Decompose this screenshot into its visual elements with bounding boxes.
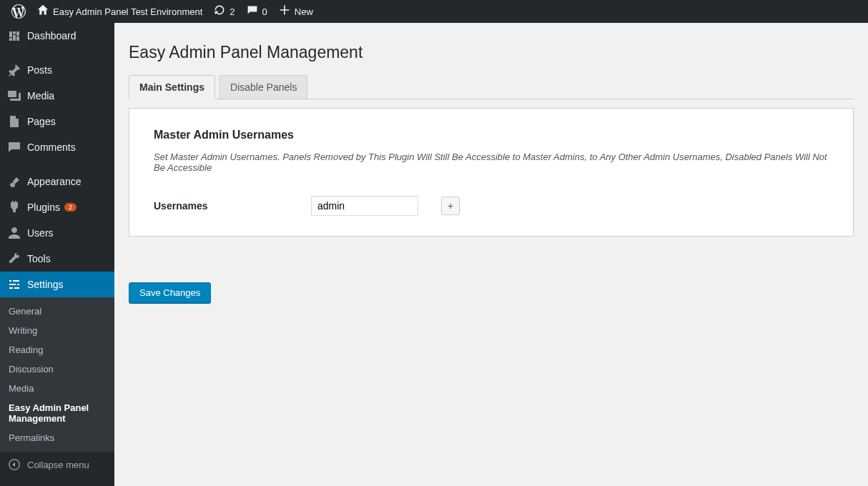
- user-icon: [7, 226, 21, 240]
- save-changes-button[interactable]: Save Changes: [129, 282, 211, 303]
- submenu-discussion[interactable]: Discussion: [0, 359, 114, 379]
- submenu-writing[interactable]: Writing: [0, 321, 114, 340]
- comments-icon: [7, 140, 21, 154]
- sidebar-item-comments[interactable]: Comments: [0, 134, 114, 160]
- topbar-comments[interactable]: 0: [241, 0, 273, 23]
- username-input[interactable]: [311, 196, 418, 216]
- sidebar-item-label: Dashboard: [27, 30, 77, 41]
- plus-icon: [279, 4, 290, 19]
- sidebar-item-media[interactable]: Media: [0, 83, 114, 109]
- settings-panel: Master Admin Usernames Set Master Admin …: [129, 108, 854, 237]
- add-username-button[interactable]: +: [441, 197, 460, 215]
- submenu-eapm[interactable]: Easy Admin Panel Management: [0, 398, 114, 428]
- admin-topbar: Easy Admin Panel Test Environment 2 0 Ne…: [0, 0, 868, 23]
- tab-main-settings[interactable]: Main Settings: [129, 75, 215, 99]
- topbar-updates[interactable]: 2: [208, 0, 240, 23]
- collapse-label: Collapse menu: [27, 460, 89, 470]
- media-icon: [7, 89, 21, 103]
- sidebar-item-label: Media: [27, 90, 54, 101]
- wp-logo[interactable]: [6, 0, 31, 23]
- sidebar-item-settings[interactable]: Settings: [0, 272, 114, 297]
- sidebar-item-label: Comments: [27, 142, 76, 153]
- home-icon: [37, 4, 49, 19]
- plug-icon: [7, 200, 21, 214]
- wrench-icon: [7, 252, 21, 266]
- sidebar-item-label: Appearance: [27, 176, 82, 187]
- topbar-site-link[interactable]: Easy Admin Panel Test Environment: [31, 0, 208, 23]
- submenu-media[interactable]: Media: [0, 379, 114, 398]
- sidebar-item-users[interactable]: Users: [0, 220, 114, 246]
- submenu-general[interactable]: General: [0, 302, 114, 321]
- plugins-badge: 2: [64, 203, 77, 212]
- tab-disable-panels[interactable]: Disable Panels: [220, 75, 307, 99]
- topbar-site-name: Easy Admin Panel Test Environment: [53, 6, 202, 17]
- page-icon: [7, 114, 21, 129]
- sidebar-item-label: Users: [27, 227, 54, 239]
- dashboard-icon: [7, 29, 21, 43]
- sidebar-item-label: Tools: [27, 253, 51, 264]
- refresh-icon: [214, 4, 225, 19]
- usernames-row: Usernames +: [154, 196, 829, 216]
- sidebar-item-label: Posts: [27, 64, 52, 76]
- collapse-icon: [7, 457, 21, 472]
- tabs: Main Settings Disable Panels: [129, 75, 854, 99]
- sidebar-item-posts[interactable]: Posts: [0, 57, 114, 83]
- sliders-icon: [7, 277, 21, 292]
- collapse-menu[interactable]: Collapse menu: [0, 452, 114, 477]
- topbar-updates-count: 2: [230, 6, 235, 17]
- topbar-new-label: New: [295, 6, 313, 17]
- submenu-permalinks[interactable]: Permalinks: [0, 428, 114, 447]
- panel-description: Set Master Admin Usernames. Panels Remov…: [154, 152, 829, 173]
- brush-icon: [7, 174, 21, 189]
- submenu-reading[interactable]: Reading: [0, 340, 114, 359]
- sidebar-item-label: Pages: [27, 116, 56, 127]
- admin-sidebar: Dashboard Posts Media Pages Comments: [0, 23, 114, 486]
- pin-icon: [7, 63, 21, 77]
- comment-icon: [247, 4, 258, 19]
- sidebar-item-plugins[interactable]: Plugins 2: [0, 194, 114, 220]
- sidebar-item-label: Plugins: [27, 202, 60, 213]
- topbar-comments-count: 0: [262, 6, 267, 17]
- usernames-label: Usernames: [154, 200, 311, 212]
- topbar-new[interactable]: New: [273, 0, 319, 23]
- sidebar-item-appearance[interactable]: Appearance: [0, 169, 114, 194]
- page-title: Easy Admin Panel Management: [129, 43, 854, 62]
- sidebar-item-tools[interactable]: Tools: [0, 246, 114, 272]
- panel-heading: Master Admin Usernames: [154, 129, 829, 142]
- sidebar-item-label: Settings: [27, 279, 64, 290]
- sidebar-item-pages[interactable]: Pages: [0, 109, 114, 134]
- main-content: Easy Admin Panel Management Main Setting…: [114, 23, 868, 486]
- settings-submenu: General Writing Reading Discussion Media…: [0, 297, 114, 452]
- sidebar-item-dashboard[interactable]: Dashboard: [0, 23, 114, 49]
